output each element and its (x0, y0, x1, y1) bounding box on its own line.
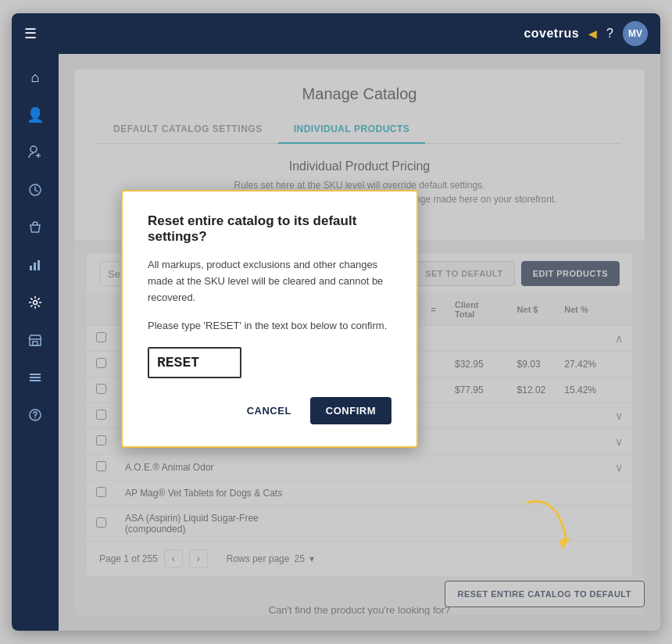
sidebar: ⌂ 👤 (12, 54, 59, 631)
top-nav-left: ☰ (24, 25, 37, 42)
svg-rect-6 (38, 260, 40, 270)
main-layout: ⌂ 👤 (12, 54, 660, 631)
arrow-annotation (512, 487, 582, 560)
sidebar-item-clock[interactable] (18, 173, 52, 207)
svg-rect-5 (34, 263, 36, 270)
covetrus-arrow-icon: ◀ (588, 27, 597, 40)
sidebar-item-add-user[interactable] (18, 135, 52, 170)
dialog-actions: CANCEL CONFIRM (148, 397, 391, 424)
top-nav: ☰ covetrus ◀ ? MV (12, 13, 660, 54)
svg-rect-12 (30, 380, 41, 381)
arrow-icon (512, 487, 582, 557)
svg-rect-11 (30, 377, 41, 378)
dialog-body2: Please type 'RESET' in the text box belo… (148, 318, 391, 335)
svg-point-7 (34, 301, 38, 305)
sidebar-item-users[interactable]: 👤 (18, 98, 52, 132)
sidebar-item-store[interactable] (18, 323, 52, 357)
svg-point-0 (30, 146, 37, 152)
dialog-title: Reset entire catalog to its default sett… (148, 213, 391, 245)
svg-point-14 (34, 418, 36, 420)
help-icon[interactable]: ? (606, 27, 613, 41)
top-nav-right: covetrus ◀ ? MV (524, 21, 648, 46)
svg-rect-4 (30, 266, 32, 270)
confirm-button[interactable]: CONFIRM (310, 397, 391, 424)
sidebar-item-help[interactable] (18, 398, 52, 432)
svg-marker-15 (559, 538, 570, 549)
sidebar-item-chart[interactable] (18, 248, 52, 282)
sidebar-item-list[interactable] (18, 360, 52, 395)
svg-rect-10 (30, 374, 41, 375)
svg-rect-9 (33, 342, 38, 345)
dialog-body1: All markups, product exclusions and othe… (148, 257, 391, 306)
overlay: Reset entire catalog to its default sett… (59, 54, 660, 631)
sidebar-item-home[interactable]: ⌂ (18, 60, 52, 95)
covetrus-logo: covetrus (524, 27, 579, 41)
user-avatar[interactable]: MV (623, 21, 648, 46)
hamburger-icon[interactable]: ☰ (24, 25, 37, 42)
content-area: Manage Catalog DEFAULT CATALOG SETTINGS … (59, 54, 660, 631)
confirm-dialog: Reset entire catalog to its default sett… (121, 190, 418, 448)
svg-rect-8 (30, 339, 41, 345)
reset-text-input[interactable] (148, 347, 241, 378)
cancel-button[interactable]: CANCEL (238, 399, 301, 423)
sidebar-item-bag[interactable] (18, 210, 52, 245)
sidebar-item-settings[interactable] (18, 285, 52, 320)
